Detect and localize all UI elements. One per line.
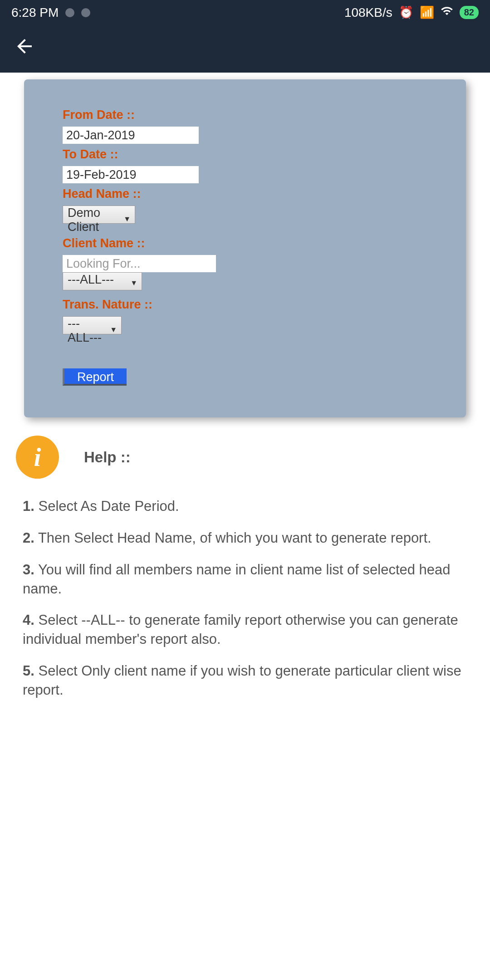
info-icon: i xyxy=(16,436,59,479)
help-section: i Help :: xyxy=(0,417,490,497)
content: From Date :: To Date :: Head Name :: Dem… xyxy=(0,79,490,700)
info-icon-text: i xyxy=(34,443,41,472)
help-item: 3. You will find all members name in cli… xyxy=(16,560,474,598)
status-bar: 6:28 PM 108KB/s ⏰ 📶 82 xyxy=(0,0,490,25)
help-item: 5. Select Only client name if you wish t… xyxy=(16,662,474,700)
to-date-label: To Date :: xyxy=(63,147,427,162)
trans-nature-select[interactable]: ---ALL--- xyxy=(63,316,122,334)
help-num: 3. xyxy=(23,562,34,578)
status-dot-icon xyxy=(65,8,74,17)
help-list: 1. Select As Date Period. 2. Then Select… xyxy=(0,497,490,700)
from-date-input[interactable] xyxy=(63,127,199,144)
help-num: 2. xyxy=(23,530,34,546)
help-text: You will find all members name in client… xyxy=(23,562,451,597)
battery-badge: 82 xyxy=(460,6,479,19)
help-item: 4. Select --ALL-- to generate family rep… xyxy=(16,611,474,649)
wifi-icon xyxy=(441,5,453,20)
head-name-label: Head Name :: xyxy=(63,187,427,201)
signal-icon: 📶 xyxy=(420,5,434,20)
head-name-select[interactable]: Demo Client xyxy=(63,206,135,224)
from-date-label: From Date :: xyxy=(63,108,427,122)
help-num: 1. xyxy=(23,498,34,514)
help-item: 1. Select As Date Period. xyxy=(16,497,474,516)
help-num: 5. xyxy=(23,663,34,679)
report-button[interactable]: Report xyxy=(63,368,127,386)
help-item: 2. Then Select Head Name, of which you w… xyxy=(16,529,474,548)
trans-nature-label: Trans. Nature :: xyxy=(63,298,427,312)
status-left: 6:28 PM xyxy=(11,5,90,20)
alarm-icon: ⏰ xyxy=(399,5,413,20)
help-text: Select As Date Period. xyxy=(34,498,179,514)
network-speed: 108KB/s xyxy=(344,5,392,20)
help-num: 4. xyxy=(23,612,34,628)
client-name-label: Client Name :: xyxy=(63,236,427,250)
to-date-input[interactable] xyxy=(63,166,199,183)
status-dot-icon xyxy=(81,8,90,17)
back-button[interactable] xyxy=(14,35,35,62)
status-time: 6:28 PM xyxy=(11,5,59,20)
help-text: Select --ALL-- to generate family report… xyxy=(23,612,458,647)
head-name-value: Demo Client xyxy=(68,206,100,234)
form-card: From Date :: To Date :: Head Name :: Dem… xyxy=(24,79,466,417)
client-select-value: ---ALL--- xyxy=(68,273,114,286)
status-right: 108KB/s ⏰ 📶 82 xyxy=(344,5,479,20)
help-text: Then Select Head Name, of which you want… xyxy=(34,530,431,546)
help-text: Select Only client name if you wish to g… xyxy=(23,663,461,698)
help-title: Help :: xyxy=(84,449,131,466)
client-name-select[interactable]: ---ALL--- xyxy=(63,272,142,290)
trans-nature-value: ---ALL--- xyxy=(68,317,102,344)
client-name-input[interactable] xyxy=(63,255,216,272)
app-bar xyxy=(0,25,490,73)
